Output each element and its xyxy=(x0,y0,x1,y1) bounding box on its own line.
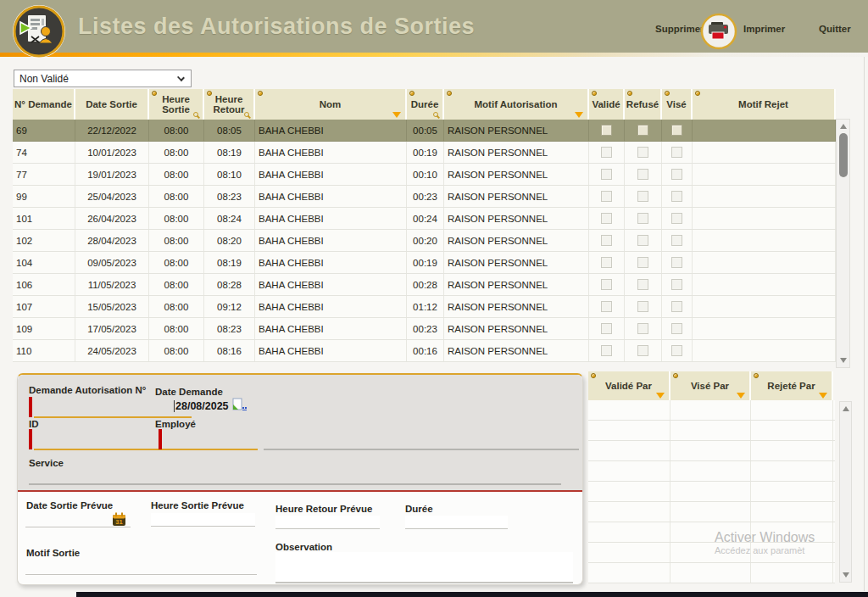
checkbox-vis[interactable] xyxy=(671,323,682,334)
motif-sortie-field[interactable] xyxy=(25,561,257,575)
cell-refus xyxy=(625,340,662,361)
checkbox-vis[interactable] xyxy=(671,345,682,356)
column-header-dur-e[interactable]: Durée xyxy=(407,89,444,120)
checkbox-refus[interactable] xyxy=(637,323,648,334)
table-row[interactable]: 10715/05/202308:0009:12BAHA CHEBBI01:12R… xyxy=(13,296,836,318)
checkbox-vis[interactable] xyxy=(671,235,682,246)
checkbox-valid[interactable] xyxy=(601,279,612,290)
checkbox-vis[interactable] xyxy=(671,279,682,290)
column-header-motif-autorisation[interactable]: Motif Autorisation xyxy=(444,89,589,120)
demande-num-field[interactable] xyxy=(34,416,192,418)
column-header-valid-par[interactable]: Validé Par xyxy=(588,371,670,400)
employe-label: Employé xyxy=(155,419,196,429)
checkbox-refus[interactable] xyxy=(637,301,648,312)
employe-field[interactable] xyxy=(164,449,258,450)
checkbox-refus[interactable] xyxy=(637,345,648,356)
main-table-scrollbar[interactable] xyxy=(836,119,850,368)
imprimer-button[interactable]: Imprimer xyxy=(743,24,785,34)
table-row[interactable]: 10917/05/202308:0008:23BAHA CHEBBI00:23R… xyxy=(13,318,836,340)
checkbox-refus[interactable] xyxy=(637,169,648,180)
scroll-up-icon[interactable] xyxy=(837,121,849,131)
checkbox-vis[interactable] xyxy=(671,257,682,268)
checkbox-vis[interactable] xyxy=(671,191,682,202)
employe-name-field[interactable] xyxy=(264,449,579,450)
table-row[interactable]: 7719/01/202308:0008:10BAHA CHEBBI00:10RA… xyxy=(13,164,836,186)
heure-retour-prevue-field[interactable] xyxy=(275,516,380,529)
checkbox-vis[interactable] xyxy=(671,301,682,312)
checkbox-valid[interactable] xyxy=(601,169,612,180)
checkbox-refus[interactable] xyxy=(637,235,648,246)
table-row[interactable]: 6922/12/202208:0008:05BAHA CHEBBI00:05RA… xyxy=(13,120,836,142)
magnifier-icon[interactable] xyxy=(193,112,198,117)
checkbox-valid[interactable] xyxy=(601,257,612,268)
service-field[interactable] xyxy=(29,483,561,485)
column-header-nom[interactable]: Nom xyxy=(255,89,407,120)
calendar-icon[interactable]: 31 xyxy=(112,512,126,527)
checkbox-vis[interactable] xyxy=(671,169,682,180)
filter-funnel-icon[interactable] xyxy=(656,393,665,399)
right-table-scrollbar[interactable] xyxy=(839,401,852,583)
table-row[interactable]: 10409/05/202308:0008:19BAHA CHEBBI00:19R… xyxy=(13,252,836,274)
cell-refus xyxy=(625,186,662,207)
scroll-down-icon[interactable] xyxy=(840,570,851,580)
cell-vis xyxy=(662,274,693,295)
observation-field[interactable] xyxy=(275,552,573,583)
filter-funnel-icon[interactable] xyxy=(392,112,401,118)
checkbox-valid[interactable] xyxy=(601,235,612,246)
column-header-heure-retour[interactable]: Heure Retour xyxy=(204,89,255,120)
table-row[interactable]: 7410/01/202308:0008:19BAHA CHEBBI00:19RA… xyxy=(13,142,836,164)
checkbox-vis[interactable] xyxy=(671,147,682,158)
column-header-vis[interactable]: Visé xyxy=(662,89,693,120)
date-demande-field[interactable]: 28/08/2025 xyxy=(174,400,229,412)
scrollbar-thumb[interactable] xyxy=(839,133,848,177)
column-header-heure-sortie[interactable]: Heure Sortie xyxy=(149,89,204,120)
checkbox-valid[interactable] xyxy=(601,345,612,356)
checkbox-vis[interactable] xyxy=(671,213,682,224)
checkbox-valid[interactable] xyxy=(601,323,612,334)
cell-dur-e: 01:12 xyxy=(407,296,444,317)
scroll-up-icon[interactable] xyxy=(840,404,851,414)
column-header-rejet-par[interactable]: Rejeté Par xyxy=(751,371,833,400)
cell-rejet-par xyxy=(751,563,833,583)
filter-funnel-icon[interactable] xyxy=(575,112,583,118)
column-header-vis-par[interactable]: Visé Par xyxy=(670,371,751,400)
column-header-date-sortie[interactable]: Date Sortie xyxy=(75,89,149,120)
table-row[interactable]: 11024/05/202308:0008:16BAHA CHEBBI00:16R… xyxy=(13,340,836,362)
scroll-down-icon[interactable] xyxy=(837,355,849,365)
checkbox-valid[interactable] xyxy=(601,191,612,202)
filter-funnel-icon[interactable] xyxy=(819,393,827,399)
supprimer-button[interactable]: Supprimer xyxy=(655,24,704,34)
table-row[interactable]: 10611/05/202308:0008:28BAHA CHEBBI00:28R… xyxy=(13,274,836,296)
column-header-refus[interactable]: Refusé xyxy=(625,89,662,120)
checkbox-refus[interactable] xyxy=(637,279,648,290)
table-row-empty xyxy=(588,543,835,563)
table-row[interactable]: 10228/04/202308:0008:20BAHA CHEBBI00:20R… xyxy=(13,230,836,252)
cell-vis xyxy=(662,252,693,273)
column-header-valid[interactable]: Validé xyxy=(589,89,625,120)
checkbox-refus[interactable] xyxy=(637,257,648,268)
checkbox-valid[interactable] xyxy=(601,213,612,224)
magnifier-icon[interactable] xyxy=(433,112,438,117)
printer-icon[interactable] xyxy=(700,13,737,50)
quitter-button[interactable]: Quitter xyxy=(819,24,851,34)
column-header-n-demande[interactable]: N° Demande xyxy=(13,89,75,120)
checkbox-vis[interactable] xyxy=(671,125,682,136)
date-picker-icon[interactable] xyxy=(231,398,248,413)
cell-dur-e: 00:19 xyxy=(407,252,444,273)
magnifier-icon[interactable] xyxy=(244,112,249,117)
checkbox-refus[interactable] xyxy=(637,147,648,158)
filter-funnel-icon[interactable] xyxy=(737,393,745,399)
checkbox-refus[interactable] xyxy=(637,125,648,136)
checkbox-refus[interactable] xyxy=(637,213,648,224)
heure-sortie-prevue-field[interactable] xyxy=(151,513,255,527)
column-header-motif-rejet[interactable]: Motif Rejet xyxy=(693,89,836,120)
status-filter-select[interactable]: Non Validé xyxy=(14,70,192,87)
checkbox-valid[interactable] xyxy=(601,301,612,312)
cell-vis-par xyxy=(670,563,751,583)
checkbox-refus[interactable] xyxy=(637,191,648,202)
table-row[interactable]: 10126/04/202308:0008:24BAHA CHEBBI00:24R… xyxy=(13,208,836,230)
checkbox-valid[interactable] xyxy=(601,147,612,158)
table-row[interactable]: 9925/04/202308:0008:23BAHA CHEBBI00:23RA… xyxy=(13,186,836,208)
checkbox-valid[interactable] xyxy=(601,125,612,136)
duree-field[interactable] xyxy=(405,516,508,529)
